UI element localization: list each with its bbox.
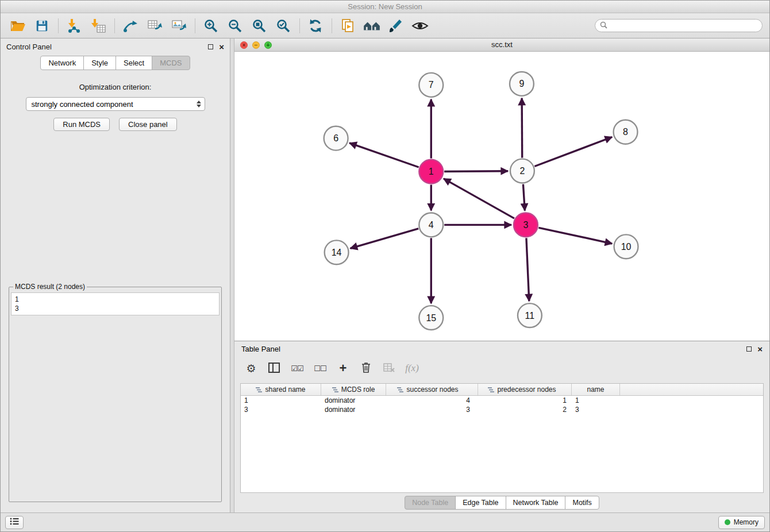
export-table-icon xyxy=(147,18,162,33)
export-table-button[interactable] xyxy=(144,16,165,36)
zoom-in-button[interactable] xyxy=(201,16,221,36)
edge-2-8[interactable] xyxy=(534,137,612,167)
cell-shared-name[interactable]: 3 xyxy=(241,405,321,414)
cell-name[interactable]: 1 xyxy=(572,396,620,405)
column-header-name[interactable]: name xyxy=(572,384,620,395)
edge-3-11[interactable] xyxy=(526,238,529,301)
memory-button[interactable]: Memory xyxy=(718,516,765,529)
mcds-result-list[interactable]: 1 3 xyxy=(11,292,220,315)
column-header-predecessor-nodes[interactable]: predecessor nodes xyxy=(478,384,572,395)
close-panel-button[interactable]: Close panel xyxy=(119,118,177,131)
float-table-panel-icon[interactable] xyxy=(746,346,752,352)
edge-2-9[interactable] xyxy=(522,98,522,158)
import-table-button[interactable] xyxy=(88,16,109,36)
edge-1-2[interactable] xyxy=(444,171,508,172)
save-disk-icon xyxy=(35,19,49,33)
cell-mcds-role[interactable]: dominator xyxy=(321,396,386,405)
mcds-panel-body: Optimization criterion: strongly connect… xyxy=(1,70,230,512)
edge-4-14[interactable] xyxy=(351,229,419,249)
edge-3-1[interactable] xyxy=(444,179,514,218)
zoom-selected-button[interactable] xyxy=(273,16,294,36)
cell-predecessor-nodes[interactable]: 1 xyxy=(478,396,572,405)
import-network-icon xyxy=(67,18,82,33)
optimization-dropdown[interactable]: strongly connected component xyxy=(26,97,205,111)
export-image-button[interactable] xyxy=(168,16,189,36)
close-panel-icon[interactable]: × xyxy=(219,44,224,49)
network-view[interactable]: 7968124314101511 xyxy=(234,52,769,341)
node-label-7: 7 xyxy=(429,80,434,90)
window-titlebar[interactable]: Session: New Session xyxy=(1,1,769,13)
add-row-button[interactable]: + xyxy=(336,361,351,376)
show-column-button[interactable] xyxy=(267,361,282,376)
node-label-9: 9 xyxy=(519,79,524,88)
column-icon xyxy=(268,363,280,375)
save-session-button[interactable] xyxy=(32,16,52,36)
minimize-window-icon[interactable]: − xyxy=(252,41,260,49)
tab-mcds[interactable]: MCDS xyxy=(152,56,190,70)
cell-successor-nodes[interactable]: 3 xyxy=(386,405,478,414)
delete-table-button[interactable] xyxy=(382,361,396,376)
import-table-icon xyxy=(91,18,106,33)
node-label-15: 15 xyxy=(426,313,436,323)
zoom-out-button[interactable] xyxy=(225,16,245,36)
copy-document-icon xyxy=(340,18,355,33)
node-label-14: 14 xyxy=(332,248,342,257)
mcds-result-title: MCDS result (2 nodes) xyxy=(13,283,87,291)
column-header-shared-name[interactable]: shared name xyxy=(241,384,321,395)
close-table-panel-icon[interactable]: × xyxy=(757,346,763,352)
tab-node-table[interactable]: Node Table xyxy=(405,496,456,510)
edge-1-6[interactable] xyxy=(349,143,418,167)
home-icon xyxy=(363,19,380,33)
import-network-button[interactable] xyxy=(64,16,84,36)
search-icon xyxy=(600,21,607,31)
node-label-10: 10 xyxy=(621,242,632,252)
edge-3-10[interactable] xyxy=(538,228,612,244)
home-network-button[interactable] xyxy=(361,16,382,36)
brush-icon xyxy=(388,18,403,33)
table-panel: Table Panel × ⚙ ☑☑ ☐☐ + f(x) xyxy=(234,341,769,512)
cell-mcds-role[interactable]: dominator xyxy=(321,405,386,414)
copy-document-button[interactable] xyxy=(337,16,358,36)
toolbar-separator xyxy=(195,18,195,33)
cell-shared-name[interactable]: 1 xyxy=(241,396,321,405)
tab-style[interactable]: Style xyxy=(83,56,116,70)
tab-edge-table[interactable]: Edge Table xyxy=(455,496,506,510)
memory-status-icon xyxy=(725,519,730,525)
sort-icon xyxy=(397,387,403,393)
tab-network-table[interactable]: Network Table xyxy=(506,496,566,510)
apply-style-button[interactable] xyxy=(386,16,406,36)
export-network-button[interactable] xyxy=(120,16,141,36)
cell-successor-nodes[interactable]: 4 xyxy=(386,396,478,405)
table-row[interactable]: 1 dominator 4 1 1 xyxy=(241,396,763,405)
function-builder-button[interactable]: f(x) xyxy=(405,361,419,376)
column-header-successor-nodes[interactable]: successor nodes xyxy=(386,384,478,395)
network-window-titlebar[interactable]: × − + scc.txt xyxy=(234,38,769,52)
maximize-window-icon[interactable]: + xyxy=(264,41,272,49)
panel-splitter[interactable] xyxy=(230,38,234,512)
run-mcds-button[interactable]: Run MCDS xyxy=(53,118,110,131)
deselect-all-button[interactable]: ☐☐ xyxy=(313,361,328,376)
select-all-button[interactable]: ☑☑ xyxy=(290,361,305,376)
cell-predecessor-nodes[interactable]: 2 xyxy=(478,405,572,414)
node-label-3: 3 xyxy=(523,220,528,230)
table-row[interactable]: 3 dominator 3 2 3 xyxy=(241,405,763,414)
table-settings-button[interactable]: ⚙ xyxy=(244,361,259,376)
tab-select[interactable]: Select xyxy=(116,56,152,70)
open-session-button[interactable] xyxy=(7,16,28,36)
search-input[interactable] xyxy=(607,22,757,30)
task-history-button[interactable] xyxy=(5,516,24,529)
column-header-mcds-role[interactable]: MCDS role xyxy=(321,384,386,395)
edge-2-3[interactable] xyxy=(523,184,525,211)
zoom-fit-button[interactable] xyxy=(249,16,270,36)
export-network-icon xyxy=(123,18,138,33)
window-title: Session: New Session xyxy=(348,2,422,11)
network-graph[interactable]: 7968124314101511 xyxy=(234,52,769,341)
show-hide-button[interactable] xyxy=(410,16,430,36)
cell-name[interactable]: 3 xyxy=(572,405,620,414)
float-panel-icon[interactable] xyxy=(208,44,213,49)
delete-row-button[interactable] xyxy=(359,361,374,376)
tab-network[interactable]: Network xyxy=(40,56,84,70)
tab-motifs[interactable]: Motifs xyxy=(565,496,599,510)
close-window-icon[interactable]: × xyxy=(240,41,248,49)
refresh-button[interactable] xyxy=(305,16,326,36)
